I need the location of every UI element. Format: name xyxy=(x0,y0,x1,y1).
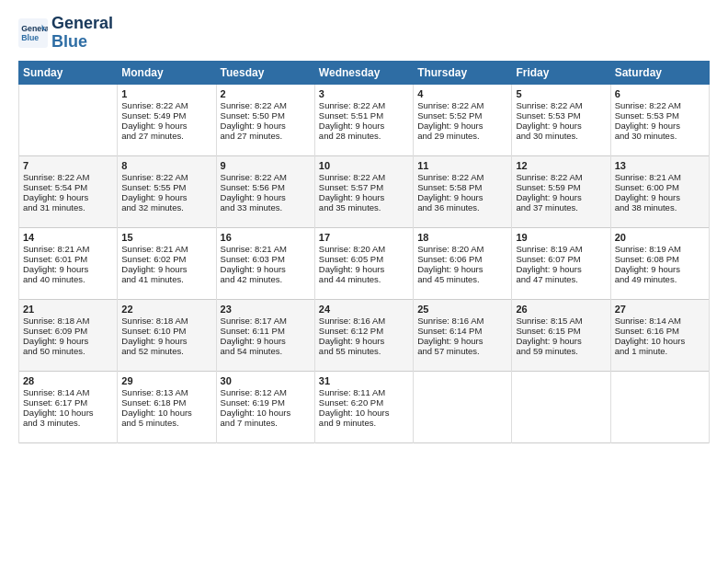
day-number: 5 xyxy=(516,88,606,99)
day-info-line: Sunrise: 8:22 AM xyxy=(417,172,507,182)
day-info-line: Sunrise: 8:17 AM xyxy=(221,316,311,326)
day-cell: 20Sunrise: 8:19 AMSunset: 6:08 PMDayligh… xyxy=(610,227,709,299)
day-info-line: Daylight: 10 hours xyxy=(615,336,705,346)
day-cell: 4Sunrise: 8:22 AMSunset: 5:52 PMDaylight… xyxy=(414,84,512,155)
day-info-line: Sunrise: 8:22 AM xyxy=(23,172,113,182)
day-cell: 21Sunrise: 8:18 AMSunset: 6:09 PMDayligh… xyxy=(19,299,118,371)
day-cell: 31Sunrise: 8:11 AMSunset: 6:20 PMDayligh… xyxy=(314,371,413,442)
day-number: 4 xyxy=(417,88,507,99)
day-info-line: Sunrise: 8:22 AM xyxy=(121,100,211,110)
day-cell: 6Sunrise: 8:22 AMSunset: 5:53 PMDaylight… xyxy=(610,84,709,155)
day-number: 6 xyxy=(615,88,705,99)
day-info-line: and 49 minutes. xyxy=(615,274,705,284)
day-cell: 30Sunrise: 8:12 AMSunset: 6:19 PMDayligh… xyxy=(216,371,314,442)
day-info-line: and 41 minutes. xyxy=(121,274,211,284)
day-info-line: and 31 minutes. xyxy=(23,202,113,213)
day-info-line: Sunrise: 8:21 AM xyxy=(615,172,705,182)
day-info-line: Sunrise: 8:16 AM xyxy=(417,316,507,326)
col-header-saturday: Saturday xyxy=(610,61,709,84)
col-header-monday: Monday xyxy=(118,61,216,84)
day-info-line: and 27 minutes. xyxy=(121,131,211,141)
svg-text:Blue: Blue xyxy=(21,33,39,42)
day-info-line: Sunset: 5:50 PM xyxy=(221,110,311,121)
day-info-line: Daylight: 9 hours xyxy=(121,192,211,202)
day-info-line: Daylight: 9 hours xyxy=(23,192,113,202)
day-info-line: and 59 minutes. xyxy=(516,346,606,356)
day-info-line: Daylight: 10 hours xyxy=(319,408,409,418)
day-info-line: and 35 minutes. xyxy=(319,202,409,213)
day-number: 2 xyxy=(221,88,311,99)
day-info-line: Daylight: 9 hours xyxy=(417,192,507,202)
day-number: 25 xyxy=(417,304,507,315)
day-info-line: Sunset: 6:11 PM xyxy=(221,326,311,336)
day-info-line: Sunset: 6:06 PM xyxy=(417,254,507,264)
day-number: 29 xyxy=(121,375,211,386)
logo-icon: General Blue xyxy=(18,18,48,48)
day-info-line: Sunset: 6:09 PM xyxy=(23,326,113,336)
day-info-line: Sunrise: 8:21 AM xyxy=(221,244,311,254)
day-info-line: Sunset: 5:53 PM xyxy=(615,110,705,121)
day-info-line: Daylight: 10 hours xyxy=(23,408,113,418)
week-row-3: 14Sunrise: 8:21 AMSunset: 6:01 PMDayligh… xyxy=(19,227,710,299)
day-info-line: Sunset: 6:19 PM xyxy=(221,397,311,408)
day-info-line: Daylight: 9 hours xyxy=(319,121,409,131)
day-info-line: Daylight: 9 hours xyxy=(121,264,211,274)
day-info-line: Sunset: 6:18 PM xyxy=(121,397,211,408)
day-cell: 5Sunrise: 8:22 AMSunset: 5:53 PMDaylight… xyxy=(512,84,610,155)
logo: General Blue General Blue xyxy=(18,15,113,52)
day-info-line: Sunrise: 8:15 AM xyxy=(516,316,606,326)
day-info-line: and 52 minutes. xyxy=(121,346,211,356)
day-info-line: Daylight: 9 hours xyxy=(615,192,705,202)
day-cell: 9Sunrise: 8:22 AMSunset: 5:56 PMDaylight… xyxy=(216,155,314,227)
day-cell xyxy=(512,371,610,442)
day-cell: 24Sunrise: 8:16 AMSunset: 6:12 PMDayligh… xyxy=(314,299,413,371)
week-row-4: 21Sunrise: 8:18 AMSunset: 6:09 PMDayligh… xyxy=(19,299,710,371)
day-info-line: Sunset: 5:59 PM xyxy=(516,182,606,192)
day-number: 30 xyxy=(221,375,311,386)
day-info-line: Daylight: 9 hours xyxy=(221,192,311,202)
day-cell: 7Sunrise: 8:22 AMSunset: 5:54 PMDaylight… xyxy=(19,155,118,227)
day-info-line: and 38 minutes. xyxy=(615,202,705,213)
day-info-line: Sunset: 5:57 PM xyxy=(319,182,409,192)
header: General Blue General Blue xyxy=(18,15,710,52)
page: General Blue General Blue SundayMondayTu… xyxy=(0,0,728,563)
day-number: 21 xyxy=(23,304,113,315)
day-info-line: Sunset: 6:00 PM xyxy=(615,182,705,192)
day-info-line: Daylight: 9 hours xyxy=(121,336,211,346)
day-cell: 16Sunrise: 8:21 AMSunset: 6:03 PMDayligh… xyxy=(216,227,314,299)
day-info-line: and 54 minutes. xyxy=(221,346,311,356)
calendar-table: SundayMondayTuesdayWednesdayThursdayFrid… xyxy=(18,61,710,443)
day-info-line: Daylight: 9 hours xyxy=(121,121,211,131)
col-header-friday: Friday xyxy=(512,61,610,84)
day-info-line: Daylight: 9 hours xyxy=(221,264,311,274)
day-info-line: Sunrise: 8:22 AM xyxy=(417,100,507,110)
day-info-line: Daylight: 9 hours xyxy=(319,336,409,346)
day-number: 22 xyxy=(121,304,211,315)
week-row-2: 7Sunrise: 8:22 AMSunset: 5:54 PMDaylight… xyxy=(19,155,710,227)
day-info-line: Sunrise: 8:21 AM xyxy=(23,244,113,254)
week-row-5: 28Sunrise: 8:14 AMSunset: 6:17 PMDayligh… xyxy=(19,371,710,442)
day-cell: 3Sunrise: 8:22 AMSunset: 5:51 PMDaylight… xyxy=(314,84,413,155)
day-number: 15 xyxy=(121,232,211,243)
day-cell: 25Sunrise: 8:16 AMSunset: 6:14 PMDayligh… xyxy=(414,299,512,371)
day-info-line: Sunrise: 8:12 AM xyxy=(221,387,311,397)
day-info-line: Sunset: 5:52 PM xyxy=(417,110,507,121)
day-info-line: Sunset: 6:17 PM xyxy=(23,397,113,408)
day-number: 18 xyxy=(417,232,507,243)
day-info-line: and 37 minutes. xyxy=(516,202,606,213)
day-info-line: Sunrise: 8:18 AM xyxy=(121,316,211,326)
day-info-line: Sunrise: 8:22 AM xyxy=(221,100,311,110)
day-cell: 8Sunrise: 8:22 AMSunset: 5:55 PMDaylight… xyxy=(118,155,216,227)
day-info-line: Sunrise: 8:14 AM xyxy=(615,316,705,326)
day-info-line: and 29 minutes. xyxy=(417,131,507,141)
day-number: 10 xyxy=(319,160,409,171)
day-info-line: Daylight: 9 hours xyxy=(23,264,113,274)
day-info-line: Daylight: 10 hours xyxy=(121,408,211,418)
day-info-line: Sunrise: 8:20 AM xyxy=(417,244,507,254)
day-info-line: Daylight: 9 hours xyxy=(221,121,311,131)
day-info-line: Sunrise: 8:22 AM xyxy=(516,100,606,110)
day-info-line: Daylight: 9 hours xyxy=(417,336,507,346)
day-number: 17 xyxy=(319,232,409,243)
day-info-line: Sunrise: 8:22 AM xyxy=(121,172,211,182)
day-info-line: Sunrise: 8:20 AM xyxy=(319,244,409,254)
